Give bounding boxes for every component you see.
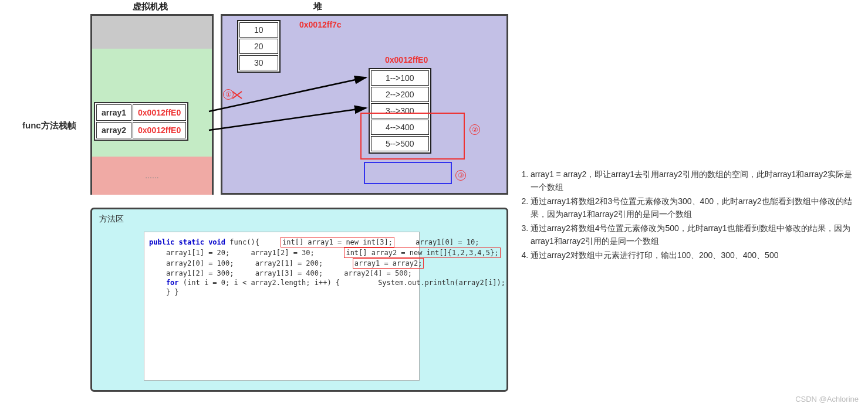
var-addr: 0x0012ffE0	[133, 104, 186, 121]
heap-heading: 堆	[313, 1, 322, 12]
stack-heading: 虚拟机栈	[133, 1, 168, 12]
list-item: 通过array1将数组2和3号位置元素修改为300、400，此时array2也能…	[531, 195, 853, 221]
list-item: array1 = array2，即让array1去引用array2引用的数组的空…	[531, 168, 853, 194]
cell: 10	[239, 22, 278, 38]
heap-addr-2: 0x0012ffE0	[385, 55, 428, 65]
marker-1: ①	[223, 89, 234, 100]
method-area-title: 方法区	[99, 214, 124, 225]
table-row: array2 0x0012ffE0	[96, 122, 186, 138]
stack-segment-bottom: ......	[92, 157, 212, 195]
table-row: array1 0x0012ffE0	[96, 104, 186, 121]
explanation-list: array1 = array2，即让array1去引用array2引用的数组的空…	[519, 168, 853, 263]
marker-3: ③	[455, 170, 466, 181]
var-addr: 0x0012ffE0	[133, 122, 186, 138]
stack-variables-table: array1 0x0012ffE0 array2 0x0012ffE0	[94, 102, 188, 141]
method-area: 方法区 public static void func(){ int[] arr…	[90, 208, 508, 392]
marker-2: ②	[470, 124, 480, 135]
stack-segment-top	[92, 16, 212, 49]
frame-label: func方法栈帧	[22, 120, 76, 131]
var-name: array1	[96, 104, 131, 121]
highlight-red	[360, 113, 465, 160]
cell: 2-->200	[371, 87, 429, 102]
heap-object-1: 10 20 30	[237, 20, 281, 73]
list-item: 通过array2将数组4号位置元素修改为500，此时array1也能看到数组中修…	[531, 222, 853, 247]
cell: 30	[239, 55, 278, 70]
watermark: CSDN @Achlorine	[795, 395, 859, 403]
heap-addr-1: 0x0012ff7c	[299, 20, 342, 29]
cell: 1-->100	[371, 70, 429, 86]
list-item: 通过array2对数组中元素进行打印，输出100、200、300、400、500	[531, 249, 853, 262]
code-block: public static void func(){ int[] array1 …	[144, 232, 420, 381]
var-name: array2	[96, 122, 131, 138]
cell: 20	[239, 39, 278, 54]
highlight-blue	[364, 162, 452, 184]
